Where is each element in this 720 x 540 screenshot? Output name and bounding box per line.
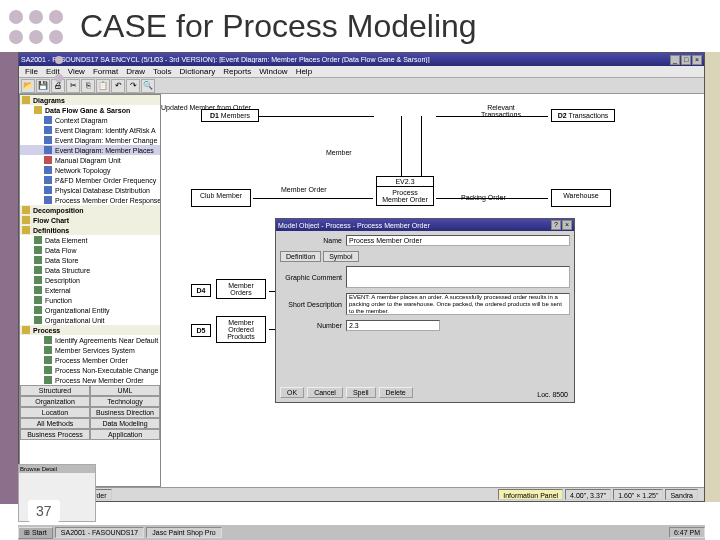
flow-updated-member: Updated Member from Order xyxy=(161,104,251,111)
dialog-title: Model Object - Process - Process Member … xyxy=(278,222,551,229)
status-size: 1.60" × 1.25" xyxy=(613,489,663,500)
minimize-icon[interactable]: _ xyxy=(670,55,680,65)
close-icon[interactable]: × xyxy=(692,55,702,65)
tree-tab[interactable]: All Methods xyxy=(20,418,90,429)
cancel-button[interactable]: Cancel xyxy=(307,387,343,398)
menu-help[interactable]: Help xyxy=(292,66,316,77)
maximize-icon[interactable]: □ xyxy=(681,55,691,65)
tree-def[interactable]: Organizational Entity xyxy=(20,305,160,315)
tree-proc[interactable]: Member Services System xyxy=(20,345,160,355)
dialog-titlebar[interactable]: Model Object - Process - Process Member … xyxy=(276,219,574,231)
browse-detail-title: Browse Detail xyxy=(19,465,95,473)
windows-icon: ⊞ xyxy=(24,529,30,537)
tree-decomposition[interactable]: Decomposition xyxy=(20,205,160,215)
datastore-d4[interactable]: D4 xyxy=(191,284,211,297)
ok-button[interactable]: OK xyxy=(280,387,304,398)
tree-tab[interactable]: Location xyxy=(20,407,90,418)
flow-member: Member xyxy=(326,149,352,156)
toolbar: 📂 💾 🖨 ✂ ⎘ 📋 ↶ ↷ 🔍 xyxy=(19,78,704,94)
properties-dialog[interactable]: Model Object - Process - Process Member … xyxy=(275,218,575,403)
menu-tools[interactable]: Tools xyxy=(149,66,176,77)
number-field[interactable] xyxy=(346,320,440,331)
tree-flowchart[interactable]: Flow Chart xyxy=(20,215,160,225)
tree-item[interactable]: Physical Database Distribution xyxy=(20,185,160,195)
window-titlebar[interactable]: SA2001 - FASOUNDS17 SA ENCYCL (5/1/03 - … xyxy=(19,53,704,66)
menu-reports[interactable]: Reports xyxy=(219,66,255,77)
number-label: Number xyxy=(280,322,342,329)
flow-member-order: Member Order xyxy=(281,186,327,193)
external-warehouse[interactable]: Warehouse xyxy=(551,189,611,207)
tree-proc[interactable]: Process New Member Order xyxy=(20,375,160,385)
short-desc-field[interactable]: EVENT: A member places an order. A succe… xyxy=(346,293,570,315)
menu-bar: File Edit View Format Draw Tools Diction… xyxy=(19,66,704,78)
status-info[interactable]: Information Panel xyxy=(498,489,563,500)
status-user: Sandra xyxy=(665,489,698,500)
dialog-tab-definition[interactable]: Definition xyxy=(280,251,321,262)
tree-tab[interactable]: Data Modeling xyxy=(90,418,160,429)
tree-tab[interactable]: Technology xyxy=(90,396,160,407)
tree-tabs: Structured UML Organization Technology L… xyxy=(20,385,160,440)
tree-tab[interactable]: Structured xyxy=(20,385,90,396)
taskbar: ⊞ Start SA2001 - FASOUNDS17 Jasc Paint S… xyxy=(18,524,705,540)
tree-process[interactable]: Process xyxy=(20,325,160,335)
menu-dictionary[interactable]: Dictionary xyxy=(176,66,220,77)
menu-draw[interactable]: Draw xyxy=(122,66,149,77)
taskbar-task[interactable]: Jasc Paint Shop Pro xyxy=(146,527,221,538)
toolbar-undo-icon[interactable]: ↶ xyxy=(111,79,125,93)
tree-proc[interactable]: Process Member Order xyxy=(20,355,160,365)
external-club-member[interactable]: Club Member xyxy=(191,189,251,207)
start-button[interactable]: ⊞ Start xyxy=(18,527,53,539)
graphic-label: Graphic Comment xyxy=(280,274,342,281)
toolbar-redo-icon[interactable]: ↷ xyxy=(126,79,140,93)
delete-button[interactable]: Delete xyxy=(379,387,413,398)
slide-number: 37 xyxy=(28,500,60,522)
spell-button[interactable]: Spell xyxy=(346,387,376,398)
slide-right-strip xyxy=(705,52,720,502)
tree-proc[interactable]: Process Non-Executable Change xyxy=(20,365,160,375)
tree-def[interactable]: Organizational Unit xyxy=(20,315,160,325)
tree-tab[interactable]: Business Process xyxy=(20,429,90,440)
tree-tab[interactable]: UML xyxy=(90,385,160,396)
tree-def[interactable]: Data Store xyxy=(20,255,160,265)
tree-def[interactable]: Data Structure xyxy=(20,265,160,275)
status-coords: 4.00", 3.37" xyxy=(565,489,611,500)
tree-def[interactable]: External xyxy=(20,285,160,295)
tree-def[interactable]: Data Flow xyxy=(20,245,160,255)
toolbar-zoom-icon[interactable]: 🔍 xyxy=(141,79,155,93)
datastore-d5[interactable]: D5 xyxy=(191,324,211,337)
datastore-d4-label[interactable]: Member Orders xyxy=(216,279,266,299)
tree-tab[interactable]: Business Direction xyxy=(90,407,160,418)
dialog-help-icon[interactable]: ? xyxy=(551,220,561,230)
window-title: SA2001 - FASOUNDS17 SA ENCYCL (5/1/03 - … xyxy=(21,56,670,63)
statusbar: 1 Process Member Order Information Panel… xyxy=(19,487,704,501)
short-desc-label: Short Description xyxy=(280,301,342,308)
tree-def[interactable]: Function xyxy=(20,295,160,305)
dialog-close-icon[interactable]: × xyxy=(562,220,572,230)
tree-tab[interactable]: Application xyxy=(90,429,160,440)
menu-window[interactable]: Window xyxy=(255,66,291,77)
toolbar-copy-icon[interactable]: ⎘ xyxy=(81,79,95,93)
tree-item[interactable]: Process Member Order Response xyxy=(20,195,160,205)
menu-format[interactable]: Format xyxy=(89,66,122,77)
tree-def[interactable]: Description xyxy=(20,275,160,285)
dialog-tab-symbol[interactable]: Symbol xyxy=(323,251,358,262)
system-tray-clock[interactable]: 6:47 PM xyxy=(669,527,705,538)
slide-title: CASE for Process Modeling xyxy=(0,0,720,53)
datastore-d2[interactable]: D2 Transactions xyxy=(551,109,615,122)
name-label: Name xyxy=(280,237,342,244)
dialog-loc-id: Loc. 8500 xyxy=(537,391,568,398)
tree-item[interactable]: Network Topology xyxy=(20,165,160,175)
slide-decoration xyxy=(5,6,73,166)
toolbar-paste-icon[interactable]: 📋 xyxy=(96,79,110,93)
tree-item[interactable]: P&FD Member Order Frequency xyxy=(20,175,160,185)
tree-tab[interactable]: Organization xyxy=(20,396,90,407)
datastore-d5-label[interactable]: Member Ordered Products xyxy=(216,316,266,343)
tree-def[interactable]: Data Element xyxy=(20,235,160,245)
name-field[interactable] xyxy=(346,235,570,246)
tree-definitions[interactable]: Definitions xyxy=(20,225,160,235)
process-box[interactable]: EV2.3 Process Member Order xyxy=(376,176,434,206)
tree-proc[interactable]: Identify Agreements Near Default xyxy=(20,335,160,345)
graphic-field[interactable] xyxy=(346,266,570,288)
taskbar-task[interactable]: SA2001 - FASOUNDS17 xyxy=(55,527,144,538)
